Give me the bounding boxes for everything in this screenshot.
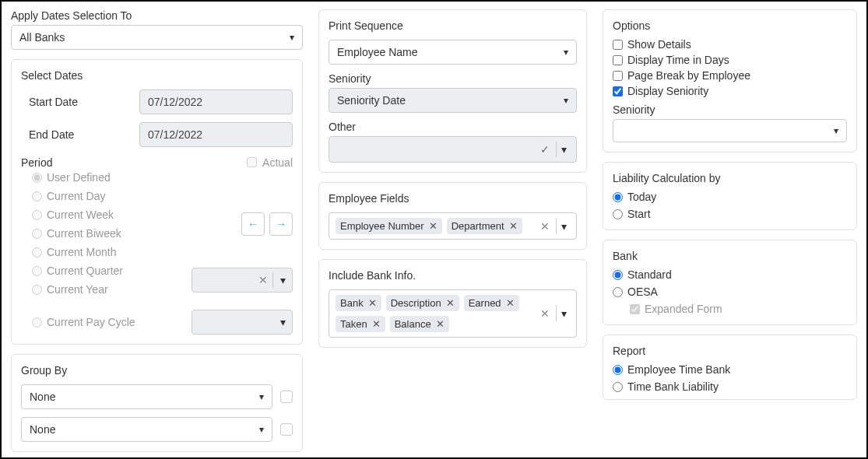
chevron-down-icon: ▾ [273, 274, 292, 286]
radio-current-biweek[interactable] [32, 229, 42, 239]
bank-expanded-form[interactable]: Expanded Form [613, 303, 847, 315]
chevron-down-icon: ▾ [259, 391, 264, 402]
period-pay-cycle-select[interactable]: ▾ [192, 310, 293, 335]
period-current-quarter[interactable]: Current Quarter [32, 263, 184, 279]
show-details-checkbox[interactable]: Show Details [613, 38, 847, 51]
period-next-button[interactable]: → [269, 212, 293, 236]
start-date-input[interactable] [139, 89, 293, 114]
display-seniority-checkbox[interactable]: Display Seniority [613, 85, 847, 97]
actual-checkbox-input[interactable] [247, 157, 257, 167]
radio-current-month[interactable] [32, 247, 42, 258]
print-sequence-select[interactable]: Employee Name ▾ [329, 40, 577, 65]
show-details-input[interactable] [613, 40, 623, 50]
tag-description: Description ✕ [386, 295, 459, 311]
display-time-input[interactable] [613, 55, 623, 65]
period-options: User Defined Current Day Current Week ← … [21, 170, 293, 335]
print-sequence-panel: Print Sequence Employee Name ▾ Seniority… [318, 9, 587, 173]
group-by-select-1[interactable]: None ▾ [21, 384, 272, 409]
radio-current-quarter[interactable] [32, 266, 42, 276]
chevron-down-icon: ▾ [558, 220, 570, 233]
include-bank-select[interactable]: Bank ✕ Description ✕ Earned ✕ Taken ✕ [329, 289, 577, 338]
tag-employee-number: Employee Number ✕ [336, 218, 442, 234]
chevron-down-icon: ▾ [558, 307, 570, 320]
end-date-label: End Date [21, 128, 130, 141]
clear-all-icon[interactable]: ✕ [536, 307, 554, 320]
tag-earned: Earned ✕ [464, 295, 519, 311]
group-by-title: Group By [21, 364, 293, 377]
group-by-select-2[interactable]: None ▾ [21, 417, 272, 442]
remove-tag-icon[interactable]: ✕ [509, 220, 518, 232]
clear-all-icon[interactable]: ✕ [536, 220, 554, 233]
page-break-input[interactable] [613, 71, 623, 81]
group-by-checkbox-2[interactable] [280, 423, 293, 436]
bank-standard[interactable]: Standard [613, 268, 847, 281]
clear-icon[interactable]: ✕ [192, 274, 272, 286]
other-select[interactable]: ✓ ▾ [329, 136, 577, 163]
tag-taken: Taken ✕ [336, 316, 385, 332]
options-title: Options [613, 19, 847, 32]
report-title: Report [613, 345, 847, 357]
end-date-input[interactable] [139, 122, 293, 147]
liability-today[interactable]: Today [613, 191, 847, 203]
report-etb[interactable]: Employee Time Bank [613, 363, 847, 376]
chevron-down-icon: ▾ [564, 95, 568, 106]
apply-dates-select[interactable]: All Banks ▾ [11, 25, 303, 50]
other-label: Other [329, 121, 577, 133]
display-time-checkbox[interactable]: Display Time in Days [613, 54, 847, 66]
actual-checkbox[interactable]: Actual [244, 155, 293, 170]
radio-current-week[interactable] [32, 210, 42, 220]
remove-tag-icon[interactable]: ✕ [368, 297, 377, 309]
select-dates-title: Select Dates [21, 69, 293, 82]
radio-current-pay-cycle[interactable] [32, 317, 42, 328]
display-seniority-input[interactable] [613, 86, 623, 96]
actual-label: Actual [262, 156, 293, 169]
remove-tag-icon[interactable]: ✕ [436, 318, 445, 330]
period-quarter-year-select[interactable]: ✕ ▾ [192, 268, 293, 293]
period-title: Period [21, 156, 52, 169]
radio-current-day[interactable] [32, 191, 42, 201]
report-tbl[interactable]: Time Bank Liability [613, 380, 847, 393]
apply-dates-label: Apply Dates Selection To [11, 9, 303, 22]
tag-department: Department ✕ [447, 218, 522, 234]
employee-fields-panel: Employee Fields Employee Number ✕ Depart… [318, 182, 587, 250]
bank-panel: Bank Standard OESA Expanded Form [603, 240, 857, 325]
bank-expanded-input[interactable] [630, 304, 640, 314]
period-header: Period Actual [21, 155, 293, 170]
seniority-label: Seniority [329, 72, 577, 85]
bank-oesa[interactable]: OESA [613, 286, 847, 298]
bank-standard-input[interactable] [613, 270, 623, 280]
remove-tag-icon[interactable]: ✕ [446, 297, 455, 309]
page-break-checkbox[interactable]: Page Break by Employee [613, 69, 847, 82]
period-user-defined[interactable]: User Defined [32, 170, 184, 185]
period-current-year[interactable]: Current Year [32, 282, 184, 297]
period-current-month[interactable]: Current Month [32, 244, 184, 260]
liability-start-input[interactable] [613, 209, 623, 219]
start-date-row: Start Date [21, 89, 293, 114]
print-sequence-title: Print Sequence [329, 19, 577, 32]
period-prev-button[interactable]: ← [241, 212, 265, 236]
employee-fields-select[interactable]: Employee Number ✕ Department ✕ ✕ ▾ [329, 212, 577, 240]
radio-current-year[interactable] [32, 285, 42, 295]
seniority-select[interactable]: Seniority Date ▾ [329, 88, 577, 113]
options-seniority-select[interactable]: ▾ [613, 119, 847, 142]
liability-today-input[interactable] [613, 192, 623, 202]
liability-start[interactable]: Start [613, 208, 847, 220]
period-current-biweek[interactable]: Current Biweek [32, 226, 184, 241]
report-options-form: Apply Dates Selection To All Banks ▾ Sel… [0, 0, 868, 459]
remove-tag-icon[interactable]: ✕ [372, 318, 381, 330]
start-date-label: Start Date [21, 96, 130, 108]
group-by-checkbox-1[interactable] [280, 391, 293, 403]
remove-tag-icon[interactable]: ✕ [506, 297, 515, 309]
report-etb-input[interactable] [613, 365, 623, 375]
period-current-pay-cycle[interactable]: Current Pay Cycle [32, 314, 184, 330]
report-tbl-input[interactable] [613, 382, 623, 392]
arrow-left-icon: ← [248, 218, 258, 230]
period-current-week[interactable]: Current Week [32, 207, 184, 222]
radio-user-defined[interactable] [32, 173, 42, 183]
bank-oesa-input[interactable] [613, 287, 623, 297]
liability-title: Liability Calculation by [613, 172, 847, 184]
period-current-day[interactable]: Current Day [32, 188, 184, 204]
check-icon[interactable]: ✓ [540, 143, 554, 156]
chevron-down-icon: ▾ [558, 143, 570, 156]
remove-tag-icon[interactable]: ✕ [429, 220, 438, 232]
